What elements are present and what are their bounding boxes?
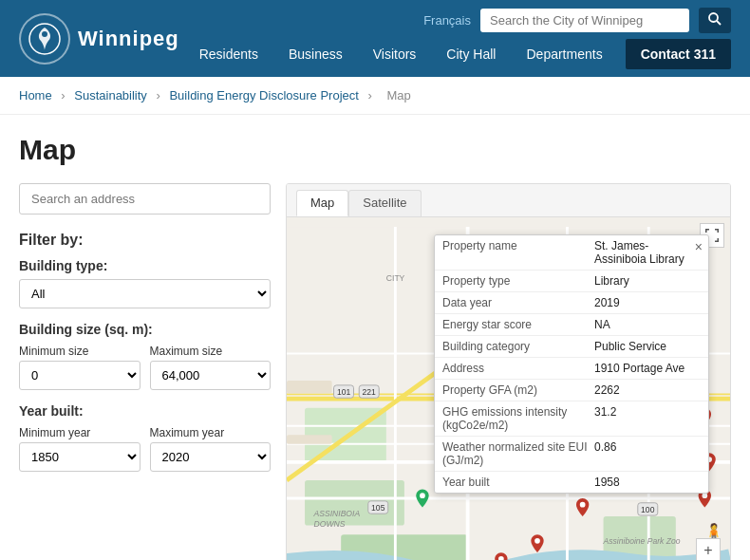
popup-val-property-gfa: 2262 bbox=[594, 383, 620, 397]
svg-text:Assiniboine Park Zoo: Assiniboine Park Zoo bbox=[603, 536, 681, 546]
svg-text:CITY: CITY bbox=[386, 273, 405, 283]
contact-311-button[interactable]: Contact 311 bbox=[626, 39, 731, 69]
svg-point-46 bbox=[580, 502, 586, 508]
tab-satellite[interactable]: Satellite bbox=[348, 190, 421, 216]
popup-key-energy-star: Energy star score bbox=[442, 318, 594, 331]
search-icon bbox=[708, 12, 722, 26]
nav-departments[interactable]: Departments bbox=[511, 41, 617, 67]
breadcrumb-sustainability[interactable]: Sustainability bbox=[74, 88, 147, 103]
breadcrumb-current: Map bbox=[386, 88, 410, 103]
popup-key-eui: Weather normalized site EUI (GJ/m2) bbox=[442, 440, 594, 467]
min-year-col: Minimum year 1850 1900 1950 2000 bbox=[19, 426, 141, 485]
popup-val-year-built: 1958 bbox=[594, 476, 620, 489]
global-search-input[interactable] bbox=[480, 9, 689, 32]
popup-key-property-gfa: Property GFA (m2) bbox=[442, 383, 594, 397]
popup-row-address: Address 1910 Portage Ave bbox=[435, 358, 708, 380]
popup-row-year-built: Year built 1958 bbox=[435, 472, 708, 493]
francais-link[interactable]: Français bbox=[423, 13, 471, 28]
header: Winnipeg Français Residents Business Vis… bbox=[0, 0, 750, 77]
winnipeg-logo-icon bbox=[28, 22, 62, 56]
building-type-label: Building type: bbox=[19, 258, 271, 273]
year-built-label: Year built: bbox=[19, 403, 271, 419]
svg-line-3 bbox=[717, 21, 721, 25]
max-year-select[interactable]: 2020 1990 2000 2010 bbox=[150, 442, 272, 472]
max-year-label: Maximum year bbox=[150, 426, 272, 439]
max-size-select[interactable]: 64,000 10,000 20,000 50,000 bbox=[150, 361, 272, 390]
popup-row-ghg: GHG emissions intensity (kgCo2e/m2) 31.2 bbox=[435, 401, 708, 437]
logo-area: Winnipeg bbox=[19, 13, 179, 65]
svg-text:221: 221 bbox=[363, 387, 377, 397]
min-year-label: Minimum year bbox=[19, 426, 141, 439]
popup-row-eui: Weather normalized site EUI (GJ/m2) 0.86 bbox=[435, 437, 708, 472]
building-size-label: Building size (sq. m): bbox=[19, 322, 271, 337]
breadcrumb-home[interactable]: Home bbox=[19, 88, 52, 103]
page-content: Map Filter by: Building type: All Office… bbox=[0, 115, 750, 560]
svg-point-50 bbox=[420, 493, 425, 498]
logo-circle bbox=[19, 13, 70, 65]
map-tab-bar: Map Satellite bbox=[287, 184, 730, 217]
svg-point-44 bbox=[702, 493, 707, 498]
header-right: Français Residents Business Visitors Cit… bbox=[184, 8, 731, 69]
breadcrumb-sep-2: › bbox=[157, 88, 164, 103]
min-year-select[interactable]: 1850 1900 1950 2000 bbox=[19, 442, 141, 472]
svg-text:ASSINIBOIA: ASSINIBOIA bbox=[313, 509, 361, 518]
breadcrumb-sep-1: › bbox=[61, 88, 68, 103]
min-size-select[interactable]: 0 100 500 1000 5000 bbox=[19, 361, 141, 390]
map-container[interactable]: 101 221 62 100 105 ASSI bbox=[287, 217, 730, 560]
logo-text: Winnipeg bbox=[78, 27, 179, 51]
tab-map[interactable]: Map bbox=[296, 190, 348, 216]
svg-rect-21 bbox=[287, 381, 332, 393]
main-layout: Filter by: Building type: All Office Lib… bbox=[19, 183, 731, 560]
building-size-row: Minimum size 0 100 500 1000 5000 Maximum… bbox=[19, 345, 271, 403]
zoom-in-button[interactable]: + bbox=[696, 538, 721, 560]
popup-row-property-gfa: Property GFA (m2) 2262 bbox=[435, 380, 708, 401]
svg-rect-22 bbox=[287, 435, 332, 444]
popup-val-property-name: St. James-Assiniboia Library bbox=[594, 239, 701, 266]
map-panel: Map Satellite bbox=[286, 183, 731, 560]
global-search-button[interactable] bbox=[699, 8, 731, 33]
nav-visitors[interactable]: Visitors bbox=[358, 41, 432, 67]
filter-label: Filter by: bbox=[19, 232, 271, 249]
popup-val-building-category: Public Service bbox=[594, 340, 666, 353]
popup-row-property-name: Property name St. James-Assiniboia Libra… bbox=[435, 235, 708, 271]
popup-row-energy-star: Energy star score NA bbox=[435, 314, 708, 336]
svg-point-2 bbox=[709, 13, 718, 22]
popup-key-address: Address bbox=[442, 362, 594, 375]
min-size-label: Minimum size bbox=[19, 345, 141, 358]
popup-val-ghg: 31.2 bbox=[594, 405, 616, 432]
map-controls: + − bbox=[696, 538, 721, 560]
popup-key-property-type: Property type bbox=[442, 274, 594, 288]
svg-point-1 bbox=[42, 31, 47, 37]
max-size-col: Maximum size 64,000 10,000 20,000 50,000 bbox=[150, 345, 272, 403]
svg-rect-6 bbox=[305, 480, 404, 526]
popup-val-eui: 0.86 bbox=[594, 440, 616, 467]
popup-val-address: 1910 Portage Ave bbox=[594, 362, 684, 375]
max-size-label: Maximum size bbox=[150, 345, 272, 358]
min-size-col: Minimum size 0 100 500 1000 5000 bbox=[19, 345, 141, 403]
popup-close-button[interactable]: × bbox=[695, 239, 703, 254]
svg-text:100: 100 bbox=[641, 505, 655, 514]
nav-residents[interactable]: Residents bbox=[184, 41, 273, 67]
popup-key-property-name: Property name bbox=[442, 239, 594, 266]
svg-text:101: 101 bbox=[337, 387, 351, 397]
popup-key-ghg: GHG emissions intensity (kgCo2e/m2) bbox=[442, 405, 594, 432]
breadcrumb-project[interactable]: Building Energy Disclosure Project bbox=[169, 88, 358, 103]
address-search-input[interactable] bbox=[19, 183, 271, 215]
nav-row: Residents Business Visitors City Hall De… bbox=[184, 39, 731, 69]
max-year-col: Maximum year 2020 1990 2000 2010 bbox=[150, 426, 272, 485]
nav-business[interactable]: Business bbox=[273, 41, 358, 67]
svg-text:DOWNS: DOWNS bbox=[314, 520, 346, 530]
popup-row-building-category: Building category Public Service bbox=[435, 336, 708, 358]
popup-val-property-type: Library bbox=[594, 274, 629, 288]
svg-text:105: 105 bbox=[371, 503, 385, 513]
popup-key-data-year: Data year bbox=[442, 296, 594, 309]
header-search-row: Français bbox=[423, 8, 731, 33]
svg-point-47 bbox=[534, 538, 540, 544]
popup-row-data-year: Data year 2019 bbox=[435, 292, 708, 314]
nav-city-hall[interactable]: City Hall bbox=[431, 41, 511, 67]
popup-key-year-built: Year built bbox=[442, 476, 594, 489]
map-popup: × Property name St. James-Assiniboia Lib… bbox=[434, 234, 709, 494]
left-panel: Filter by: Building type: All Office Lib… bbox=[19, 183, 271, 560]
building-type-select[interactable]: All Office Library Recreation bbox=[19, 279, 271, 308]
popup-key-building-category: Building category bbox=[442, 340, 594, 353]
